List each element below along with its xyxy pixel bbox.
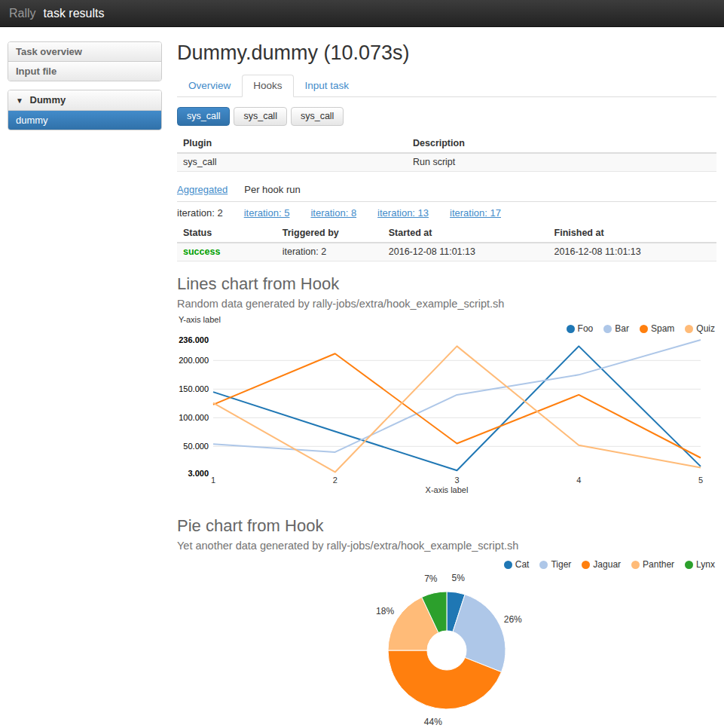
col-header-finished-at: Finished at (548, 225, 716, 243)
plugin-description-cell: Run script (407, 153, 716, 172)
hook-button-row: sys_call sys_call sys_call (177, 107, 716, 126)
tab-overview[interactable]: Overview (177, 75, 242, 97)
sidebar-group-header-dummy[interactable]: ▼ Dummy (8, 90, 161, 111)
tab-hooks[interactable]: Hooks (242, 75, 293, 97)
tab-bar: Overview Hooks Input task (177, 75, 716, 97)
iterations-row: iteration: 2iteration: 5iteration: 8iter… (177, 202, 716, 219)
sidebar: Task overview Input file ▼ Dummy dummy (8, 41, 162, 728)
x-tick-label: 3 (454, 476, 459, 485)
x-axis-label: X-axis label (177, 485, 716, 494)
legend-label: Spam (651, 323, 674, 334)
pie-chart-svg: 5%26%44%18%7% (177, 553, 716, 728)
main-content: Dummy.dummy (10.073s) Overview Hooks Inp… (177, 41, 716, 728)
triggered-by-cell: iteration: 2 (276, 243, 383, 262)
hook-button-3[interactable]: sys_call (291, 107, 344, 126)
x-tick-label: 5 (698, 476, 703, 485)
col-header-plugin: Plugin (177, 135, 407, 153)
y-tick-label: 100.000 (179, 413, 209, 422)
line-series-quiz (213, 346, 701, 472)
navbar-title: task results (44, 7, 105, 20)
line-series-bar (213, 340, 701, 452)
hook-button-1[interactable]: sys_call (177, 107, 230, 126)
legend-item-cat[interactable]: Cat (504, 559, 530, 570)
legend-dot-icon (539, 561, 548, 569)
legend-dot-icon (685, 325, 693, 333)
y-tick-label: 3.000 (188, 469, 209, 478)
plugin-table: Plugin Description sys_call Run script (177, 135, 716, 172)
rally-brand: Rally (9, 7, 36, 20)
legend-dot-icon (582, 561, 590, 569)
pie-percent-label: 7% (424, 574, 438, 584)
legend-label: Bar (615, 323, 629, 334)
status-badge: success (177, 243, 276, 262)
pie-percent-label: 26% (504, 614, 522, 625)
line-chart: Y-axis label 236.000200.000150.000100.00… (177, 314, 716, 502)
col-header-started-at: Started at (383, 225, 548, 243)
table-row: sys_call Run script (177, 153, 716, 172)
collapse-arrow-icon: ▼ (16, 96, 23, 105)
iteration-link-13[interactable]: iteration: 13 (377, 207, 429, 219)
y-tick-label: 150.000 (179, 384, 209, 393)
lines-chart-title: Lines chart from Hook (177, 274, 716, 293)
legend-dot-icon (631, 561, 640, 569)
y-tick-label: 236.000 (179, 335, 209, 344)
sidebar-nav-group: Task overview Input file (8, 41, 162, 81)
y-tick-label: 200.000 (179, 356, 209, 365)
aggregated-link[interactable]: Aggregated (177, 184, 228, 195)
lines-chart-subtitle: Random data generated by rally-jobs/extr… (177, 298, 716, 310)
tab-input-task[interactable]: Input task (294, 75, 361, 97)
line-series-spam (213, 353, 701, 457)
page-title: Dummy.dummy (10.073s) (177, 41, 716, 64)
col-header-status: Status (177, 225, 276, 243)
y-tick-label: 50.000 (183, 442, 209, 451)
legend-label: Tiger (551, 559, 571, 570)
content-wrap: Task overview Input file ▼ Dummy dummy D… (0, 27, 724, 728)
sidebar-item-input-file[interactable]: Input file (8, 61, 161, 81)
sidebar-group-label: Dummy (30, 94, 66, 106)
legend-item-quiz[interactable]: Quiz (685, 323, 715, 334)
col-header-description: Description (407, 135, 716, 153)
legend-label: Cat (515, 559, 530, 570)
pie-chart: 5%26%44%18%7% Cat Tiger Jaguar Panther L… (177, 553, 716, 728)
sidebar-item-dummy[interactable]: dummy (8, 111, 161, 130)
legend-dot-icon (685, 561, 693, 569)
pie-percent-label: 5% (452, 573, 466, 583)
view-toggle-row: AggregatedPer hook run (177, 184, 716, 202)
pie-percent-label: 18% (376, 606, 394, 616)
x-tick-label: 2 (333, 476, 338, 485)
legend-label: Foo (578, 323, 594, 334)
legend-dot-icon (603, 325, 612, 333)
hook-button-2[interactable]: sys_call (234, 107, 286, 126)
legend-item-panther[interactable]: Panther (631, 559, 674, 570)
plugin-table-header-row: Plugin Description (177, 135, 716, 153)
iteration-link-8[interactable]: iteration: 8 (310, 207, 356, 219)
legend-label: Lynx (696, 559, 715, 570)
iteration-link-5[interactable]: iteration: 5 (244, 207, 290, 219)
pie-chart-subtitle: Yet another data generated by rally-jobs… (177, 540, 716, 552)
legend-item-spam[interactable]: Spam (640, 323, 674, 334)
legend-item-bar[interactable]: Bar (603, 323, 629, 334)
line-chart-legend: Foo Bar Spam Quiz (556, 323, 715, 334)
legend-item-jaguar[interactable]: Jaguar (582, 559, 621, 570)
per-hook-run-label: Per hook run (244, 184, 300, 195)
legend-dot-icon (504, 561, 512, 569)
sidebar-item-task-overview[interactable]: Task overview (8, 42, 161, 61)
col-header-triggered-by: Triggered by (276, 225, 383, 243)
table-row: success iteration: 2 2016-12-08 11:01:13… (177, 243, 716, 262)
legend-item-lynx[interactable]: Lynx (685, 559, 715, 570)
finished-at-cell: 2016-12-08 11:01:13 (548, 243, 716, 262)
pie-chart-title: Pie chart from Hook (177, 516, 716, 535)
started-at-cell: 2016-12-08 11:01:13 (383, 243, 548, 262)
x-tick-label: 1 (211, 476, 215, 485)
legend-dot-icon (567, 325, 575, 333)
line-series-foo (213, 346, 701, 470)
x-tick-label: 4 (576, 476, 581, 485)
legend-label: Panther (643, 559, 674, 570)
legend-item-tiger[interactable]: Tiger (539, 559, 571, 570)
top-navbar: Rally task results (0, 0, 724, 27)
iteration-link-17[interactable]: iteration: 17 (450, 207, 501, 219)
pie-percent-label: 44% (424, 717, 442, 727)
iteration-current: iteration: 2 (177, 207, 223, 219)
legend-item-foo[interactable]: Foo (567, 323, 594, 334)
page: Rally task results Task overview Input f… (0, 0, 724, 728)
